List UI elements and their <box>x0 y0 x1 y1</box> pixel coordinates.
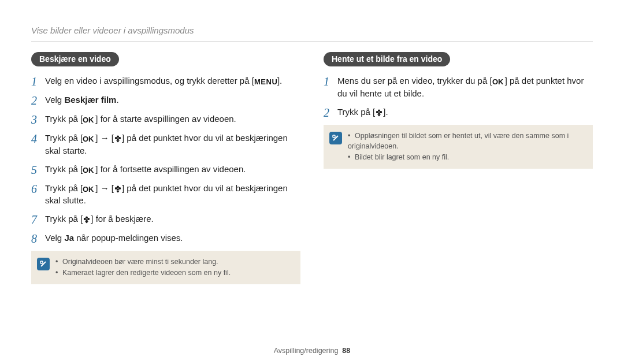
svg-point-21 <box>380 111 382 113</box>
step-item: 5Trykk på [OK] for å fortsette avspillin… <box>31 163 300 176</box>
right-note-list: Oppløsningen til bildet som er hentet ut… <box>348 131 586 163</box>
breadcrumb: Vise bilder eller videoer i avspillingsm… <box>31 25 593 35</box>
menu-icon: MENU <box>254 77 277 86</box>
step-item: 2Trykk på []. <box>324 106 593 119</box>
ok-icon: OK <box>83 135 95 143</box>
page: Vise bilder eller videoer i avspillingsm… <box>0 0 624 364</box>
step-body: Velg Ja når popup-meldingen vises. <box>45 232 300 244</box>
step-item: 8Velg Ja når popup-meldingen vises. <box>31 232 300 245</box>
left-section-pill: Beskjære en video <box>31 52 119 66</box>
note-item: Oppløsningen til bildet som er hentet ut… <box>348 131 586 153</box>
svg-point-19 <box>378 109 380 112</box>
svg-point-3 <box>117 136 119 138</box>
svg-text:OK: OK <box>83 166 94 174</box>
step-body: Trykk på [OK] for å starte avspillingen … <box>45 113 300 125</box>
flower-down-icon <box>83 216 91 224</box>
step-body: Trykk på [] for å beskjære. <box>45 213 300 225</box>
ok-icon: OK <box>83 185 95 193</box>
right-section-pill: Hente ut et bilde fra en video <box>324 52 450 66</box>
ok-icon: OK <box>83 116 95 124</box>
step-body: Trykk på [OK] → [] på det punktet hvor d… <box>45 132 300 157</box>
right-column: Hente ut et bilde fra en video 1Mens du … <box>324 52 593 284</box>
footer-section: Avspilling/redigering <box>274 347 339 355</box>
right-steps: 1Mens du ser på en video, trykker du på … <box>324 75 593 119</box>
left-steps: 1Velg en video i avspillingsmodus, og tr… <box>31 75 300 245</box>
svg-point-16 <box>86 219 88 221</box>
step-number: 1 <box>31 75 45 88</box>
svg-point-10 <box>115 187 117 190</box>
step-body: Trykk på [OK] for å fortsette avspilling… <box>45 163 300 176</box>
step-number: 1 <box>324 75 337 88</box>
header-rule <box>31 41 593 42</box>
note-item: Bildet blir lagret som en ny fil. <box>348 152 586 163</box>
svg-text:MENU: MENU <box>254 77 277 86</box>
step-item: 1Velg en video i avspillingsmodus, og tr… <box>31 75 300 88</box>
step-item: 3Trykk på [OK] for å starte avspillingen… <box>31 113 300 126</box>
svg-point-5 <box>118 137 121 139</box>
two-column-layout: Beskjære en video 1Velg en video i avspi… <box>31 52 593 284</box>
ok-icon: OK <box>492 77 505 86</box>
note-item: Kameraet lagrer den redigerte videoen so… <box>55 268 231 278</box>
step-body: Velg en video i avspillingsmodus, og try… <box>45 75 300 87</box>
svg-point-13 <box>86 217 88 219</box>
flower-down-icon <box>114 135 122 143</box>
svg-point-9 <box>117 185 119 188</box>
svg-rect-23 <box>333 135 335 138</box>
note-info-icon <box>329 132 342 144</box>
step-body: Trykk på [OK] → [] på det punktet hvor d… <box>45 182 300 207</box>
step-number: 5 <box>31 163 45 176</box>
svg-point-12 <box>117 188 119 191</box>
step-item: 2Velg Beskjær film. <box>31 94 300 107</box>
step-body: Mens du ser på en video, trykker du på [… <box>337 75 593 100</box>
step-item: 7Trykk på [] for å beskjære. <box>31 213 300 226</box>
step-item: 4Trykk på [OK] → [] på det punktet hvor … <box>31 132 300 157</box>
step-number: 6 <box>31 182 45 195</box>
step-bold: Beskjær film <box>64 95 116 105</box>
note-info-icon <box>37 258 50 270</box>
left-note-box: Originalvideoen bør være minst ti sekund… <box>31 251 300 284</box>
svg-text:OK: OK <box>83 116 94 124</box>
svg-text:OK: OK <box>83 185 94 193</box>
svg-point-11 <box>118 187 121 190</box>
svg-point-14 <box>84 218 86 220</box>
note-item: Originalvideoen bør være minst ti sekund… <box>55 257 231 268</box>
step-body: Trykk på []. <box>337 106 593 118</box>
right-note-box: Oppløsningen til bildet som er hentet ut… <box>324 125 593 169</box>
step-number: 7 <box>31 213 45 226</box>
svg-rect-17 <box>40 261 43 263</box>
svg-point-22 <box>378 112 380 114</box>
footer: Avspilling/redigering 88 <box>0 347 624 355</box>
step-body: Velg Beskjær film. <box>45 94 300 106</box>
svg-point-6 <box>117 138 119 140</box>
step-bold: Ja <box>64 233 74 243</box>
svg-point-15 <box>87 218 90 220</box>
step-item: 6Trykk på [OK] → [] på det punktet hvor … <box>31 182 300 207</box>
step-number: 8 <box>31 232 45 245</box>
step-item: 1Mens du ser på en video, trykker du på … <box>324 75 593 100</box>
svg-point-20 <box>376 111 378 113</box>
left-column: Beskjære en video 1Velg en video i avspi… <box>31 52 300 284</box>
step-number: 4 <box>31 132 45 145</box>
step-number: 3 <box>31 113 45 126</box>
flower-down-icon <box>114 185 122 193</box>
step-number: 2 <box>324 106 337 119</box>
svg-point-4 <box>115 137 117 139</box>
ok-icon: OK <box>83 166 95 174</box>
step-number: 2 <box>31 94 45 107</box>
footer-page: 88 <box>342 347 350 355</box>
svg-text:OK: OK <box>83 135 94 143</box>
flower-down-icon <box>375 109 383 117</box>
left-note-list: Originalvideoen bør være minst ti sekund… <box>55 257 231 278</box>
svg-text:OK: OK <box>492 77 504 86</box>
